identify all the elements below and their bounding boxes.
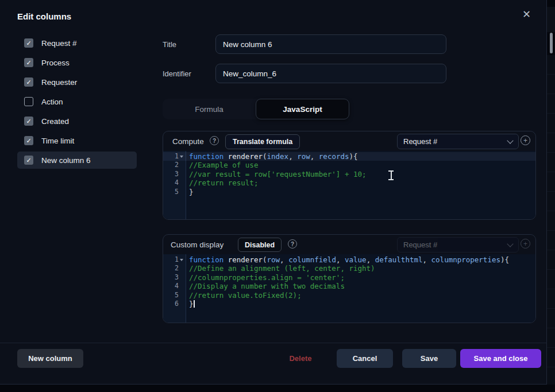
modal-title: Edit columns: [17, 11, 71, 21]
fold-spacer: [179, 291, 184, 300]
delete-button[interactable]: Delete: [275, 349, 326, 368]
code-text: //Example of use: [186, 161, 258, 169]
column-label: Action: [41, 98, 63, 106]
checkbox-checked[interactable]: ✓: [24, 77, 33, 87]
line-number: 6: [163, 300, 186, 308]
identifier-label: Identifier: [163, 69, 191, 78]
code-text: //return value.toFixed(2);: [186, 291, 302, 300]
code-line[interactable]: 1function renderer(index, row, records){: [163, 152, 535, 161]
background-app-toolbar: [547, 7, 555, 32]
title-input[interactable]: [215, 34, 446, 54]
column-label: Process: [41, 59, 70, 67]
identifier-input[interactable]: [215, 64, 446, 83]
edit-columns-modal: Edit columns ✕ ✓Request #✓Process✓Reques…: [0, 0, 547, 385]
code-line[interactable]: 1function renderer(row, columnfield, val…: [163, 255, 535, 264]
fold-spacer: [179, 273, 184, 282]
dropdown-value: Request #: [403, 137, 437, 146]
line-number: 3: [163, 170, 186, 178]
code-text: }: [186, 300, 195, 308]
translate-formula-button[interactable]: Translate formula: [225, 134, 300, 149]
column-label: Request #: [41, 39, 77, 48]
column-list-item[interactable]: ✓Requester: [17, 73, 137, 91]
dropdown-value: Request #: [403, 240, 437, 249]
column-label: Time limit: [41, 137, 74, 145]
code-text: //Define an alignment (left, center, rig…: [186, 264, 375, 273]
checkbox-checked[interactable]: ✓: [24, 58, 33, 67]
help-icon[interactable]: ?: [288, 239, 297, 249]
code-line[interactable]: 3//var result = row['requestNumber'] + 1…: [163, 170, 535, 178]
code-text: //return result;: [186, 178, 258, 187]
add-icon: +: [521, 239, 530, 249]
code-line[interactable]: 4//Display a number with two decimals: [163, 282, 535, 290]
columns-list: ✓Request #✓Process✓RequesterAction✓Creat…: [17, 34, 137, 171]
checkbox-unchecked[interactable]: [24, 97, 33, 106]
tab-formula[interactable]: Formula: [163, 99, 256, 119]
fold-spacer: [179, 188, 184, 196]
code-line[interactable]: 2//Example of use: [163, 161, 535, 169]
chevron-down-icon: [507, 137, 513, 143]
close-icon[interactable]: ✕: [522, 8, 531, 21]
scrollbar-thumb[interactable]: [550, 33, 553, 53]
code-text: }: [186, 188, 194, 196]
column-list-item[interactable]: ✓Process: [17, 54, 137, 71]
fold-spacer: [179, 300, 184, 308]
code-editor-compute[interactable]: 1function renderer(index, row, records){…: [163, 151, 535, 219]
fold-spacer: [179, 170, 184, 178]
code-text: //var result = row['requestNumber'] + 10…: [186, 170, 367, 178]
code-text: function renderer(row, columnfield, valu…: [186, 255, 509, 264]
line-number: 4: [163, 282, 186, 290]
disabled-toggle-button[interactable]: Disabled: [238, 238, 282, 252]
line-number: 2: [163, 161, 186, 169]
code-line[interactable]: 6}: [163, 300, 535, 308]
code-text: function renderer(index, row, records){: [186, 152, 358, 161]
text-caret: [194, 300, 195, 308]
column-list-item[interactable]: ✓Time limit: [17, 132, 137, 149]
column-list-item[interactable]: ✓New column 6: [17, 152, 137, 169]
save-button[interactable]: Save: [402, 349, 456, 368]
code-line[interactable]: 2//Define an alignment (left, center, ri…: [163, 264, 535, 273]
tab-javascript[interactable]: JavaScript: [256, 99, 349, 119]
fold-spacer: [179, 264, 184, 273]
column-label: Created: [41, 117, 69, 126]
column-list-item[interactable]: Action: [17, 93, 137, 110]
code-text: //Display a number with two decimals: [186, 282, 345, 290]
fold-spacer: [179, 178, 184, 187]
fold-caret-icon: [179, 255, 184, 264]
custom-display-label: Custom display: [171, 235, 223, 254]
line-number: 4: [163, 178, 186, 187]
checkbox-checked[interactable]: ✓: [24, 117, 33, 126]
column-list-item[interactable]: ✓Request #: [17, 34, 137, 52]
code-line[interactable]: 5//return value.toFixed(2);: [163, 291, 535, 300]
background-app-table-rows: [547, 55, 555, 385]
line-number: 1: [163, 255, 186, 264]
help-icon[interactable]: ?: [210, 136, 219, 145]
cancel-button[interactable]: Cancel: [337, 349, 393, 368]
mouse-cursor-ibeam: [388, 170, 394, 180]
background-app-bottom: [0, 385, 547, 392]
checkbox-checked[interactable]: ✓: [24, 156, 33, 165]
code-line[interactable]: 5}: [163, 188, 535, 196]
new-column-button[interactable]: New column: [17, 349, 83, 368]
column-list-item[interactable]: ✓Created: [17, 112, 137, 130]
code-text: //columnproperties.align = 'center';: [186, 273, 345, 282]
line-number: 5: [163, 188, 186, 196]
fold-spacer: [179, 161, 184, 169]
fold-spacer: [179, 282, 184, 290]
compute-label: Compute: [172, 131, 204, 151]
code-editor-custom-display[interactable]: 1function renderer(row, columnfield, val…: [163, 254, 535, 323]
fold-caret-icon: [179, 152, 184, 161]
chevron-down-icon: [507, 240, 513, 247]
checkbox-checked[interactable]: ✓: [24, 38, 33, 48]
compute-column-dropdown[interactable]: Request #: [397, 134, 519, 149]
custom-display-panel: Custom display Disabled ? Request # + 1f…: [163, 234, 536, 323]
title-label: Title: [163, 40, 176, 49]
footer-divider: [0, 343, 547, 343]
code-line[interactable]: 3//columnproperties.align = 'center';: [163, 273, 535, 282]
checkbox-checked[interactable]: ✓: [24, 136, 33, 145]
line-number: 3: [163, 273, 186, 282]
custom-column-dropdown: Request #: [397, 237, 519, 253]
code-line[interactable]: 4//return result;: [163, 178, 535, 187]
add-icon[interactable]: +: [521, 135, 530, 145]
save-and-close-button[interactable]: Save and close: [460, 349, 541, 368]
compute-panel: Compute ? Translate formula Request # + …: [163, 131, 536, 220]
